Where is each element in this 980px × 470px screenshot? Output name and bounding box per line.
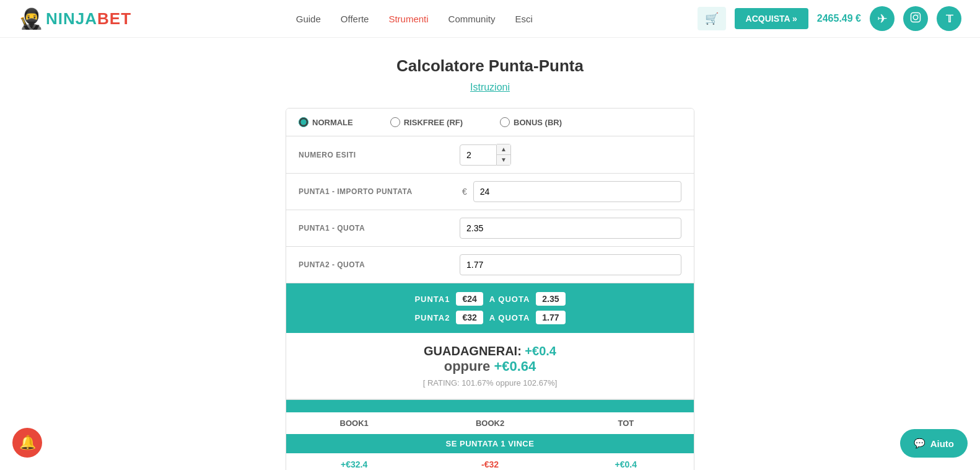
punta1-importo-input-wrapper: € — [460, 181, 681, 202]
numero-esiti-spinners: ▲ ▼ — [497, 144, 511, 166]
row1-book1: +€32.4 — [286, 459, 422, 469]
mode-bonus[interactable]: BONUS (BR) — [500, 117, 562, 127]
main-content: Calcolatore Punta-Punta Istruzioni NORMA… — [273, 38, 707, 470]
row1-book2: -€32 — [422, 459, 558, 469]
page-title: Calcolatore Punta-Punta — [286, 56, 694, 76]
win-section: GUADAGNERAI: +€0.4 oppure +€0.64 [ RATIN… — [286, 333, 694, 399]
col-book2: BOOK2 — [422, 419, 558, 428]
notification-button[interactable]: 🔔 — [12, 428, 42, 458]
punta2-quota-result-value: 1.77 — [536, 311, 565, 324]
nav-guide[interactable]: Guide — [296, 14, 321, 24]
numero-esiti-label: NUMERO ESITI — [299, 151, 460, 159]
row1-data: +€32.4 -€32 +€0.4 — [286, 453, 694, 470]
svg-rect-0 — [911, 12, 921, 22]
svg-point-2 — [917, 14, 919, 16]
instagram-button[interactable] — [903, 6, 928, 31]
win-amount-2: +€0.64 — [494, 358, 536, 374]
spinner-up[interactable]: ▲ — [497, 144, 510, 155]
mode-bonus-label: BONUS (BR) — [514, 118, 562, 127]
instagram-icon — [910, 12, 921, 26]
twitter-button[interactable]: 𝕋 — [937, 6, 961, 31]
numero-esiti-stepper: ▲ ▼ — [460, 144, 511, 166]
logo[interactable]: 🥷 NINJABET — [19, 7, 131, 30]
punta1-importo-input[interactable] — [473, 181, 681, 202]
mode-normale-label: NORMALE — [312, 118, 353, 127]
punta1-result-amount: €24 — [456, 292, 483, 306]
punta1-importo-label: PUNTA1 - IMPORTO PUNTATA — [299, 187, 460, 196]
twitter-icon: 𝕋 — [946, 13, 953, 25]
win-amount-1: +€0.4 — [525, 344, 556, 358]
result-punta1-line: PUNTA1 €24 A QUOTA 2.35 — [299, 292, 681, 306]
row1-header: SE PUNTATA 1 VINCE — [286, 434, 694, 453]
punta1-result-label: PUNTA1 — [414, 295, 450, 304]
nav-strumenti[interactable]: Strumenti — [388, 14, 428, 24]
header-right: 🛒 ACQUISTA » 2465.49 € ✈ 𝕋 — [698, 6, 961, 31]
results-section: PUNTA1 €24 A QUOTA 2.35 PUNTA2 €32 A QUO… — [286, 283, 694, 333]
table-header-teal — [286, 400, 694, 412]
balance-display: 2465.49 € — [817, 13, 861, 24]
telegram-button[interactable]: ✈ — [870, 6, 895, 31]
punta1-quota-row: PUNTA1 - QUOTA — [286, 210, 694, 247]
punta2-quota-input-wrapper — [460, 254, 681, 275]
telegram-icon: ✈ — [877, 11, 888, 26]
guadagnerai-label: GUADAGNERAI: — [424, 344, 522, 358]
table-column-headers: BOOK1 BOOK2 TOT — [286, 412, 694, 434]
numero-esiti-input-wrapper: ▲ ▼ — [460, 144, 681, 166]
oppure-label: oppure — [444, 358, 491, 374]
chat-label: Aiuto — [930, 438, 954, 449]
nav-esci[interactable]: Esci — [515, 14, 532, 24]
punta1-quota-result-value: 2.35 — [536, 292, 565, 306]
spinner-down[interactable]: ▼ — [497, 155, 510, 165]
punta1-importo-row: PUNTA1 - IMPORTO PUNTATA € — [286, 174, 694, 210]
svg-point-1 — [913, 15, 918, 20]
punta1-quota-label: PUNTA1 - QUOTA — [299, 224, 460, 233]
punta2-result-amount: €32 — [456, 311, 483, 324]
punta2-quota-input[interactable] — [460, 254, 681, 275]
mode-riskfree[interactable]: RISKFREE (RF) — [390, 117, 463, 127]
table-section: BOOK1 BOOK2 TOT SE PUNTATA 1 VINCE +€32.… — [286, 399, 694, 470]
chat-icon: 💬 — [914, 438, 925, 449]
punta1-quota-input-wrapper — [460, 218, 681, 239]
main-nav: Guide Offerte Strumenti Community Esci — [296, 14, 533, 24]
mode-normale[interactable]: NORMALE — [299, 117, 353, 127]
nav-offerte[interactable]: Offerte — [341, 14, 369, 24]
mode-selector-row: NORMALE RISKFREE (RF) BONUS (BR) — [286, 109, 694, 136]
calculator-box: NORMALE RISKFREE (RF) BONUS (BR) NUMERO … — [286, 108, 694, 470]
result-punta2-line: PUNTA2 €32 A QUOTA 1.77 — [299, 311, 681, 324]
punta2-quota-result-label: A QUOTA — [489, 313, 530, 322]
logo-ninja-icon: 🥷 — [19, 7, 43, 30]
punta2-quota-row: PUNTA2 - QUOTA — [286, 247, 694, 283]
logo-bet-text: BET — [97, 9, 131, 28]
mode-normale-radio[interactable] — [299, 117, 308, 127]
punta2-quota-label: PUNTA2 - QUOTA — [299, 260, 460, 269]
punta1-quota-input[interactable] — [460, 218, 681, 239]
win-rating: [ RATING: 101.67% oppure 102.67%] — [299, 378, 681, 388]
header: 🥷 NINJABET Guide Offerte Strumenti Commu… — [0, 0, 980, 38]
buy-label: ACQUISTA » — [746, 14, 797, 24]
mode-riskfree-label: RISKFREE (RF) — [404, 118, 463, 127]
logo-ninja-text: NINJA — [46, 9, 97, 28]
numero-esiti-row: NUMERO ESITI ▲ ▼ — [286, 136, 694, 174]
logo-text: NINJABET — [46, 9, 131, 29]
cart-area[interactable]: 🛒 — [698, 7, 726, 30]
nav-community[interactable]: Community — [448, 14, 496, 24]
row1-tot: +€0.4 — [558, 459, 694, 469]
col-book1: BOOK1 — [286, 419, 422, 428]
win-title: GUADAGNERAI: +€0.4 — [299, 344, 681, 358]
notification-icon: 🔔 — [19, 435, 36, 451]
win-or-line: oppure +€0.64 — [299, 358, 681, 375]
punta2-result-label: PUNTA2 — [414, 313, 450, 322]
mode-bonus-radio[interactable] — [500, 117, 510, 127]
euro-symbol: € — [460, 187, 470, 197]
numero-esiti-input[interactable] — [460, 144, 497, 166]
buy-button[interactable]: ACQUISTA » — [735, 8, 808, 29]
instructions-link[interactable]: Istruzioni — [286, 82, 694, 93]
chat-button[interactable]: 💬 Aiuto — [900, 429, 968, 458]
punta1-quota-result-label: A QUOTA — [489, 295, 530, 304]
mode-riskfree-radio[interactable] — [390, 117, 400, 127]
col-tot: TOT — [558, 419, 694, 428]
cart-icon: 🛒 — [705, 12, 719, 25]
